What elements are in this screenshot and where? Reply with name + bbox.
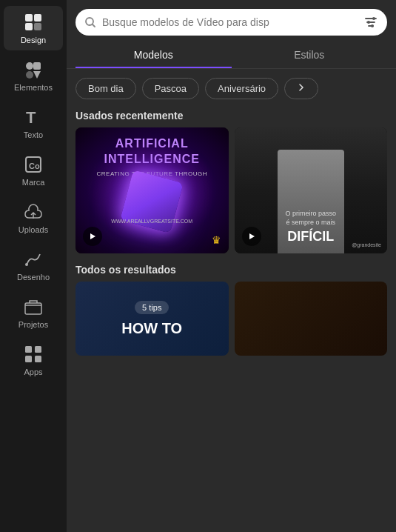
chip-bom-dia[interactable]: Bom dia	[75, 78, 136, 99]
svg-rect-14	[35, 346, 41, 353]
sidebar-item-marca[interactable]: Co. Marca	[4, 148, 63, 193]
sidebar-item-label-desenho: Desenho	[17, 273, 50, 282]
sidebar-item-label-projetos: Projetos	[19, 320, 48, 329]
svg-point-11	[25, 263, 28, 266]
sidebar-item-label-apps: Apps	[24, 368, 42, 376]
svg-point-20	[371, 24, 374, 27]
all-results-grid: 5 tips HOW TO	[67, 282, 396, 356]
tab-estilos[interactable]: Estilos	[232, 43, 388, 68]
ai-card-title: ARTIFICIAL INTELLIGENCE	[75, 136, 229, 167]
elementos-icon	[23, 59, 44, 80]
svg-rect-16	[35, 356, 41, 362]
svg-rect-2	[25, 23, 33, 30]
sidebar: Design Elementos T Texto Co. Marca	[0, 0, 67, 532]
projetos-icon	[23, 296, 44, 317]
crown-badge-ai: ♛	[212, 234, 221, 246]
all-results-section: Todos os resultados 5 tips HOW TO	[67, 253, 396, 362]
tab-modelos[interactable]: Modelos	[75, 43, 232, 68]
all-results-title: Todos os resultados	[67, 253, 396, 282]
design-icon	[23, 12, 44, 33]
desenho-icon	[23, 249, 44, 270]
sidebar-item-label-elementos: Elementos	[14, 83, 53, 92]
marca-icon: Co.	[23, 154, 44, 175]
play-button-ai[interactable]	[83, 227, 102, 246]
scrollable-content: Bom dia Pascoa Aniversário Usados recent…	[67, 69, 396, 532]
chip-aniversario[interactable]: Aniversário	[205, 78, 278, 99]
sidebar-item-label-design: Design	[21, 36, 46, 44]
recent-card-ai[interactable]: ARTIFICIAL INTELLIGENCE CREATING THE FUT…	[75, 127, 229, 253]
tabs-bar: Modelos Estilos	[67, 36, 396, 69]
svg-marker-22	[249, 233, 255, 239]
chip-more[interactable]	[284, 78, 318, 99]
svg-text:T: T	[26, 108, 36, 127]
sidebar-item-texto[interactable]: T Texto	[4, 101, 63, 145]
svg-point-19	[367, 21, 370, 24]
svg-point-18	[372, 17, 375, 20]
sidebar-item-apps[interactable]: Apps	[4, 338, 63, 382]
main-panel: Modelos Estilos Bom dia Pascoa Aniversár…	[67, 0, 396, 532]
recent-card-fashion[interactable]: O primeiro passo é sempre o mais DIFÍCIL…	[235, 127, 388, 253]
svg-rect-1	[34, 14, 41, 21]
apps-icon	[23, 344, 44, 365]
search-bar	[67, 0, 396, 36]
ai-card-url: WWW.AREALLVGREATSITE.COM	[75, 219, 229, 224]
svg-rect-15	[25, 356, 32, 362]
fashion-tag: @grandesite	[352, 242, 381, 247]
svg-rect-13	[25, 346, 32, 353]
sidebar-item-label-uploads: Uploads	[19, 225, 48, 234]
svg-rect-3	[34, 23, 41, 30]
sidebar-item-design[interactable]: Design	[4, 6, 63, 50]
fashion-line1: O primeiro passo	[235, 209, 388, 219]
svg-point-7	[26, 71, 33, 79]
sidebar-item-elementos[interactable]: Elementos	[4, 53, 63, 98]
sidebar-item-label-marca: Marca	[22, 178, 45, 187]
todo-card-second[interactable]	[235, 282, 388, 356]
texto-icon: T	[23, 107, 44, 127]
search-input-wrap	[75, 9, 387, 36]
svg-rect-5	[33, 62, 41, 70]
tips-badge: 5 tips	[135, 301, 169, 314]
svg-point-4	[26, 62, 33, 70]
todo-card-tips[interactable]: 5 tips HOW TO	[75, 282, 229, 356]
sidebar-item-projetos[interactable]: Projetos	[4, 290, 63, 335]
svg-rect-0	[25, 14, 33, 21]
recent-section-title: Usados recentemente	[67, 99, 396, 127]
svg-marker-21	[90, 233, 95, 239]
howto-text: HOW TO	[121, 320, 182, 337]
filter-chips: Bom dia Pascoa Aniversário	[67, 69, 396, 99]
sidebar-item-label-texto: Texto	[24, 130, 43, 139]
play-button-fashion[interactable]	[242, 227, 261, 246]
filter-icon[interactable]	[363, 15, 378, 30]
uploads-icon	[23, 202, 44, 222]
search-input[interactable]	[102, 16, 358, 28]
svg-text:Co.: Co.	[29, 162, 42, 170]
sidebar-item-desenho[interactable]: Desenho	[4, 243, 63, 287]
chip-pascoa[interactable]: Pascoa	[142, 78, 199, 99]
fashion-line2: é sempre o mais	[235, 218, 388, 227]
search-icon	[84, 16, 96, 28]
recent-thumbnails: ARTIFICIAL INTELLIGENCE CREATING THE FUT…	[67, 127, 396, 253]
sidebar-item-uploads[interactable]: Uploads	[4, 196, 63, 240]
svg-marker-6	[33, 71, 41, 79]
